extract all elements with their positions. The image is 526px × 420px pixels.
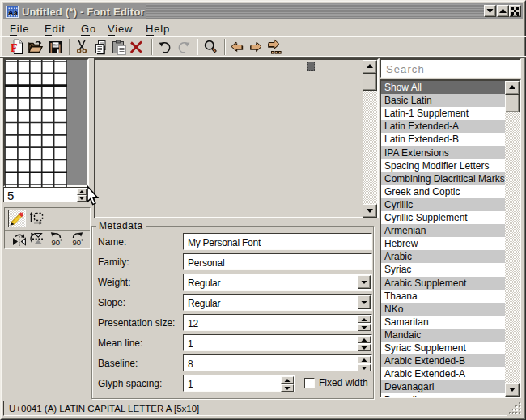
- svg-text:F: F: [11, 42, 18, 54]
- svg-text:90: 90: [73, 238, 82, 247]
- svg-text:90: 90: [52, 238, 61, 247]
- svg-text:Aa: Aa: [8, 8, 19, 17]
